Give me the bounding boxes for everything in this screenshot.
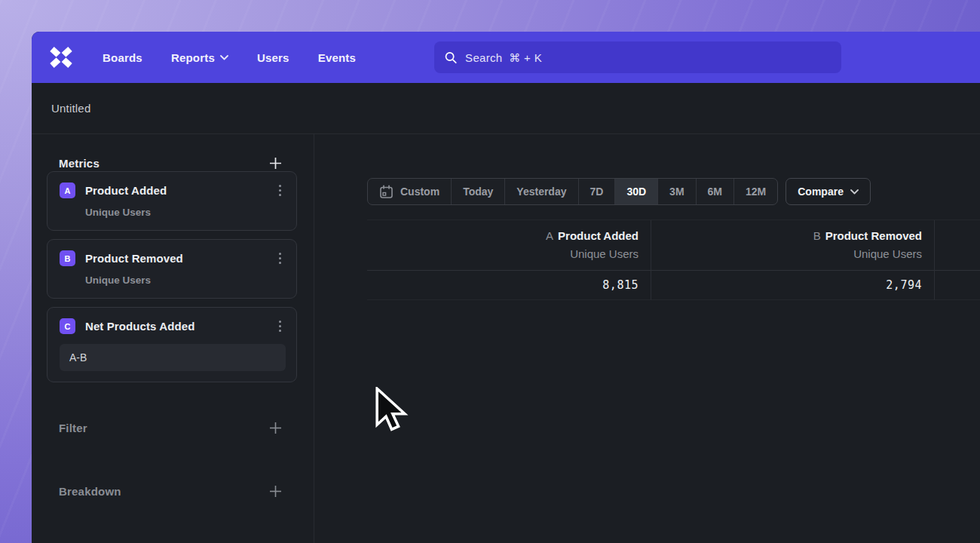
date-range-label: Yesterday (516, 186, 566, 198)
column-badge: A (546, 229, 553, 242)
breakdown-section-header: Breakdown (59, 483, 283, 499)
search-input[interactable] (465, 51, 831, 64)
date-range-label: Today (463, 186, 493, 198)
formula-input[interactable] (60, 344, 286, 371)
column-name: Product Removed (825, 229, 922, 242)
nav-item-events[interactable]: Events (318, 51, 356, 64)
plus-icon (269, 485, 282, 498)
column-badge: B (813, 229, 821, 242)
date-controls: Custom Today Yesterday 7D 30D 3M 6M 12M … (367, 178, 980, 205)
date-range-30d[interactable]: 30D (615, 179, 658, 204)
add-metric-button[interactable] (268, 155, 283, 171)
date-range-label: 6M (708, 186, 722, 198)
date-range-today[interactable]: Today (452, 179, 505, 204)
calendar-icon (379, 185, 394, 199)
column-name: Product Added (558, 229, 639, 242)
filter-section-header: Filter (59, 420, 283, 436)
metrics-section-header: Metrics (59, 155, 283, 171)
metric-name: Product Added (85, 184, 167, 197)
nav-item-boards[interactable]: Boards (103, 51, 142, 64)
metric-card-b[interactable]: B Product Removed Unique Users (47, 239, 297, 299)
metric-menu-button[interactable] (274, 318, 286, 334)
metric-badge: B (60, 250, 75, 266)
results-panel: Custom Today Yesterday 7D 30D 3M 6M 12M … (314, 134, 980, 543)
date-range-7d[interactable]: 7D (579, 179, 616, 204)
nav-menu: Boards Reports Users Events (103, 51, 356, 64)
nav-item-label: Events (318, 51, 356, 64)
breakdown-section-label: Breakdown (59, 485, 121, 498)
date-range-label: 3M (669, 186, 684, 198)
app-window: Boards Reports Users Events Un (32, 32, 980, 543)
metric-card-a[interactable]: A Product Added Unique Users (47, 171, 297, 231)
column-header-spacer (935, 220, 980, 271)
column-header-b: BProduct Removed Unique Users (651, 220, 935, 271)
value-cell-a[interactable]: 8,815 (367, 271, 651, 300)
date-range-yesterday[interactable]: Yesterday (505, 179, 578, 204)
search-icon (445, 51, 457, 64)
value-cell-b[interactable]: 2,794 (651, 271, 935, 300)
date-range-custom[interactable]: Custom (368, 179, 452, 204)
top-nav: Boards Reports Users Events (32, 32, 980, 83)
add-filter-button[interactable] (268, 420, 283, 436)
date-range-label: 30D (626, 186, 646, 198)
report-header: Untitled (32, 83, 980, 134)
metrics-section-label: Metrics (59, 157, 100, 170)
query-builder-sidebar: Metrics A Product Added Unique Users (32, 134, 314, 543)
plus-icon (269, 422, 282, 434)
column-header-a: AProduct Added Unique Users (367, 220, 651, 271)
filter-section-label: Filter (59, 422, 87, 434)
date-range-label: Custom (400, 186, 439, 198)
column-measurement: Unique Users (663, 247, 922, 260)
compare-button[interactable]: Compare (786, 178, 871, 205)
date-range-label: 12M (746, 186, 766, 198)
report-title[interactable]: Untitled (51, 102, 90, 115)
date-range-label: 7D (590, 186, 604, 198)
metric-name: Product Removed (85, 252, 183, 265)
column-measurement: Unique Users (379, 247, 639, 260)
date-range-12m[interactable]: 12M (734, 179, 777, 204)
search-bar[interactable] (434, 41, 841, 73)
metric-measurement[interactable]: Unique Users (85, 207, 286, 218)
date-range-3m[interactable]: 3M (658, 179, 696, 204)
date-range-6m[interactable]: 6M (697, 179, 734, 204)
mixpanel-logo-icon[interactable] (50, 46, 72, 69)
nav-item-label: Reports (171, 51, 215, 64)
chevron-down-icon (220, 55, 228, 60)
date-range-segmented-control: Custom Today Yesterday 7D 30D 3M 6M 12M (367, 178, 778, 205)
value-cell-spacer (935, 271, 980, 300)
metric-name: Net Products Added (85, 320, 194, 333)
nav-item-users[interactable]: Users (257, 51, 289, 64)
compare-label: Compare (798, 186, 844, 198)
metric-badge: C (60, 318, 75, 334)
metric-measurement[interactable]: Unique Users (85, 275, 286, 286)
nav-item-reports[interactable]: Reports (171, 51, 228, 64)
results-table: AProduct Added Unique Users BProduct Rem… (367, 219, 980, 300)
metric-menu-button[interactable] (274, 250, 286, 266)
add-breakdown-button[interactable] (268, 483, 283, 499)
chevron-down-icon (850, 189, 859, 195)
plus-icon (269, 157, 282, 170)
metric-card-c[interactable]: C Net Products Added (47, 307, 297, 382)
nav-item-label: Users (257, 51, 289, 64)
metric-badge: A (60, 183, 75, 198)
nav-item-label: Boards (103, 51, 142, 64)
metric-menu-button[interactable] (274, 183, 286, 198)
